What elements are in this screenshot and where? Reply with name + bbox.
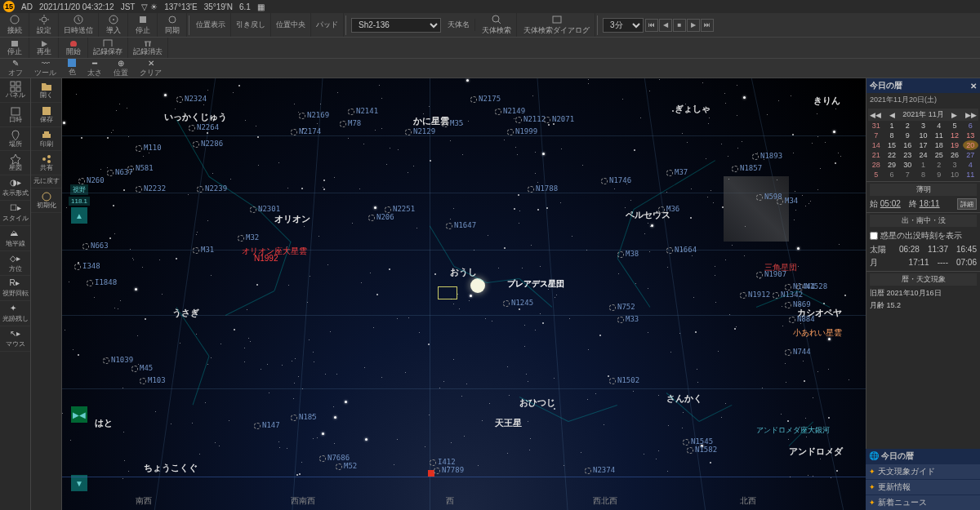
pullback-button[interactable]: 引き戻し	[231, 13, 271, 37]
guide-button[interactable]: 導入	[99, 13, 128, 37]
object-dropdown[interactable]: Sh2-136	[351, 18, 441, 33]
sync-icon	[167, 14, 178, 25]
nav-next[interactable]: ▶	[687, 19, 700, 32]
format-button[interactable]: ◑▸表示形式	[0, 175, 30, 201]
fov-down-button[interactable]: ▼	[71, 475, 87, 491]
timezone: JST	[121, 2, 136, 11]
compass-nw: 北西	[740, 495, 756, 507]
planet-checkbox[interactable]: 惑星の出没時刻を表示	[870, 228, 977, 243]
rec-stop-button[interactable]: 停止	[0, 38, 29, 58]
con-monoceros: いっかくじゅう	[164, 111, 227, 123]
bottom-links: 🌐 今日の暦 天文現象ガイド 更新情報 新着ニュース	[866, 449, 980, 510]
delete-icon	[142, 38, 154, 47]
pad-button[interactable]: パッド	[311, 13, 344, 37]
neb-androg: アンドロメダ座大銀河	[756, 425, 830, 436]
cal-next2[interactable]: ▶▶	[965, 111, 977, 119]
dso-label: M45	[140, 364, 153, 372]
link-news[interactable]: 新着ニュース	[866, 494, 980, 510]
search-dialog-button[interactable]: 天体検索ダイアログ	[519, 13, 595, 37]
link-update[interactable]: 更新情報	[866, 479, 980, 494]
draw-color-button[interactable]: 色	[63, 57, 81, 79]
app-badge: 15	[3, 1, 15, 12]
cal-next[interactable]: ▶	[951, 111, 957, 119]
folder-icon	[41, 81, 52, 92]
rec-play-button[interactable]: 再生	[29, 38, 59, 58]
revert-button[interactable]: 元に戻す	[31, 175, 61, 188]
star-icon	[10, 153, 21, 165]
draw-pos-button[interactable]: ⊕位置	[109, 57, 133, 80]
draw-off-button[interactable]: ✎オフ	[3, 57, 28, 80]
init-button[interactable]: 初期化	[31, 188, 61, 213]
twilight-detail-button[interactable]: 詳細	[957, 198, 977, 210]
rec-delete-button[interactable]: 記録消去	[128, 38, 168, 58]
share-button[interactable]: 共有	[31, 151, 61, 175]
settings-button[interactable]: 設定	[29, 13, 59, 37]
pencil-icon: ✎	[12, 59, 19, 68]
stop-button[interactable]: 停止	[128, 13, 158, 37]
timesend-button[interactable]: 日時送信	[59, 13, 99, 37]
panel-button[interactable]: パネル	[0, 78, 30, 103]
style-button[interactable]: ☐▸スタイル	[0, 201, 30, 226]
save-button[interactable]: 保存	[31, 103, 61, 127]
draw-width-button[interactable]: ━太さ	[82, 57, 107, 80]
con-andromeda: アンドロメダ	[789, 446, 843, 458]
search-button[interactable]: 天体検索	[477, 13, 517, 37]
fov-up-button[interactable]: ▲	[71, 207, 87, 224]
dso-label: N2239	[205, 184, 227, 193]
cal-prev2[interactable]: ◀◀	[870, 111, 881, 119]
dso-label: M52	[344, 462, 357, 470]
starmap-button[interactable]: 星図	[0, 151, 30, 175]
link-guide[interactable]: 天文現象ガイド	[866, 463, 980, 479]
close-icon[interactable]: ✕	[970, 82, 977, 91]
svg-point-4	[113, 19, 114, 20]
nav-prev[interactable]: ◀	[659, 19, 672, 32]
draw-tool-button[interactable]: 〰ツール	[29, 57, 61, 80]
dso-label: M31	[201, 246, 214, 254]
dso-label: N1912	[748, 290, 770, 299]
dso-label: M34	[785, 197, 798, 205]
cal-prev[interactable]: ◀	[889, 111, 895, 119]
time-step-select[interactable]: 3分	[603, 18, 644, 33]
calendar-grid[interactable]: 3112345678910111213141516171819202122232…	[868, 121, 978, 180]
sky-view[interactable]: 視野 118.1 ▲ ▶◀ ▼ いっかくじゅう オリオン かに星雲 ぎょしゃ き…	[62, 78, 866, 510]
rec-save-button[interactable]: 記録保存	[88, 38, 128, 58]
direction-button[interactable]: ◇▸方位	[0, 251, 30, 277]
posdisp-button[interactable]: 位置表示	[191, 13, 231, 37]
mouse-button[interactable]: ↖▸マウス	[0, 326, 30, 352]
dso-label: N7686	[327, 454, 350, 462]
rec-start-button[interactable]: 開始	[59, 38, 88, 58]
svg-point-0	[11, 16, 19, 24]
dso-label: N1342	[781, 290, 803, 299]
twilight-title: 薄明	[870, 184, 977, 196]
draw-clear-button[interactable]: ✕クリア	[135, 57, 167, 80]
dss-image	[724, 176, 789, 242]
print-button[interactable]: 印刷	[31, 127, 61, 152]
dso-label: N2141	[356, 107, 378, 115]
horizon-button[interactable]: ⛰地平線	[0, 226, 30, 251]
record-icon	[68, 38, 79, 47]
fov-label: 視野	[70, 184, 88, 195]
place-button[interactable]: 場所	[0, 127, 30, 152]
time-nav: ⏮ ◀ ■ ▶ ⏭	[645, 19, 714, 32]
dso-label: N1039	[111, 356, 133, 364]
fov-mid-button[interactable]: ▶◀	[71, 406, 87, 423]
dso-label: N1582	[695, 446, 717, 454]
draw-toolbar: ✎オフ 〰ツール 色 ━太さ ⊕位置 ✕クリア	[0, 59, 980, 78]
nav-last[interactable]: ⏭	[701, 19, 714, 32]
nav-first[interactable]: ⏮	[645, 19, 658, 32]
calendar: ◀◀ ◀ 2021年 11月 ▶ ▶▶ 31123456789101112131…	[866, 107, 980, 181]
connect-button[interactable]: 接続	[0, 13, 29, 37]
reset-icon	[41, 191, 52, 202]
dso-label: N1999	[515, 127, 537, 135]
trail-button[interactable]: ✦光跡残し	[0, 301, 30, 326]
dso-label: N185	[299, 413, 317, 421]
center-button[interactable]: 位置中央	[271, 13, 311, 37]
dso-label: N637	[115, 168, 133, 176]
sync-button[interactable]: 同期	[158, 13, 187, 37]
nav-stop[interactable]: ■	[673, 19, 686, 32]
datetime-button[interactable]: 日時	[0, 103, 30, 127]
rotation-button[interactable]: R▸視野回転	[0, 276, 30, 301]
dso-label: M37	[675, 168, 688, 176]
open-button[interactable]: 開く	[31, 78, 61, 103]
fov-control: 視野 118.1 ▲ ▶◀ ▼	[69, 184, 90, 491]
